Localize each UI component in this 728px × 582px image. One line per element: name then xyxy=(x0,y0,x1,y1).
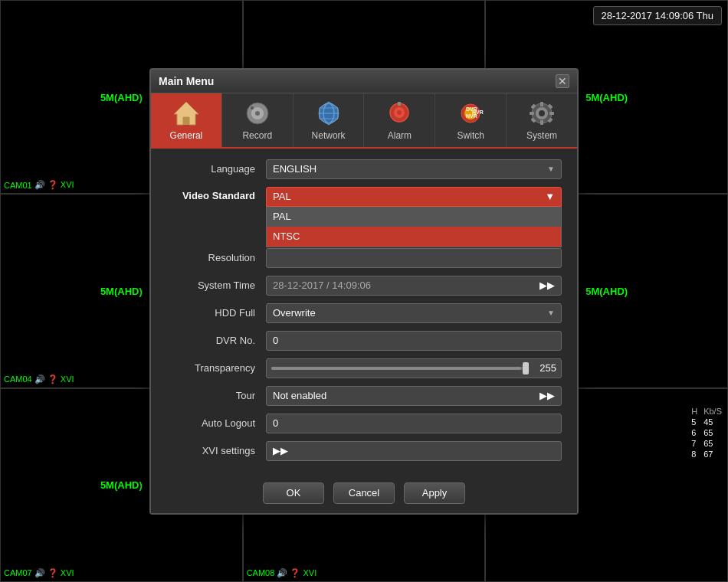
hdd-full-value: Overwrite xyxy=(273,307,316,319)
tab-network-label: Network xyxy=(312,130,346,141)
resolution-control[interactable] xyxy=(266,248,562,268)
hdd-full-dropdown[interactable]: Overwrite ▼ xyxy=(266,303,562,323)
dialog-title: Main Menu xyxy=(159,75,214,87)
dialog-titlebar: Main Menu ✕ xyxy=(151,70,577,93)
system-time-label: System Time xyxy=(166,280,266,291)
tab-system[interactable]: System xyxy=(507,93,577,147)
language-dropdown-arrow: ▼ xyxy=(547,165,555,173)
auto-logout-label: Auto Logout xyxy=(166,417,266,429)
svg-point-4 xyxy=(255,111,260,116)
svg-rect-24 xyxy=(540,102,543,106)
svg-rect-26 xyxy=(530,112,534,115)
system-time-arrow: ▶▶ xyxy=(539,280,555,291)
slider-thumb xyxy=(523,362,529,374)
hdd-full-arrow: ▼ xyxy=(547,309,555,317)
svg-rect-1 xyxy=(183,117,189,125)
transparency-slider[interactable]: 255 xyxy=(266,358,562,378)
auto-logout-control[interactable]: 0 xyxy=(266,414,562,433)
xvi-settings-row: XVI settings ▶▶ xyxy=(166,441,562,461)
video-standard-arrow: ▼ xyxy=(545,191,555,202)
xvi-arrow: ▶▶ xyxy=(273,445,288,456)
tab-record-label: Record xyxy=(242,130,272,141)
video-standard-value: PAL xyxy=(273,191,291,202)
resolution-row: Resolution xyxy=(166,248,562,268)
dialog-body: Language ENGLISH ▼ Video Standard PAL ▼ … xyxy=(151,149,577,476)
tour-value: Not enabled xyxy=(273,390,326,401)
apply-button[interactable]: Apply xyxy=(404,482,465,504)
svg-text:HVR: HVR xyxy=(472,110,484,115)
language-row: Language ENGLISH ▼ xyxy=(166,159,562,179)
svg-point-5 xyxy=(251,106,254,110)
language-dropdown[interactable]: ENGLISH ▼ xyxy=(266,159,562,179)
tab-general[interactable]: General xyxy=(151,93,222,147)
video-standard-label: Video Standard xyxy=(166,190,266,201)
hdd-full-row: HDD Full Overwrite ▼ xyxy=(166,303,562,323)
hdd-full-label: HDD Full xyxy=(166,307,266,319)
video-standard-option-ntsc[interactable]: NTSC xyxy=(267,227,561,247)
xvi-settings-label: XVI settings xyxy=(166,445,266,456)
auto-logout-row: Auto Logout 0 xyxy=(166,414,562,433)
tab-system-label: System xyxy=(526,130,557,141)
video-standard-selected[interactable]: PAL ▼ xyxy=(266,187,562,207)
cancel-button[interactable]: Cancel xyxy=(333,482,395,504)
system-time-value: 28-12-2017 / 14:09:06 xyxy=(273,280,371,291)
ok-button[interactable]: OK xyxy=(263,482,324,504)
transparency-label: Transparency xyxy=(166,362,266,374)
tab-general-label: General xyxy=(170,130,203,141)
xvi-settings-control[interactable]: ▶▶ xyxy=(266,441,562,461)
language-label: Language xyxy=(166,163,266,175)
tour-control[interactable]: Not enabled ▶▶ xyxy=(266,386,562,406)
record-icon xyxy=(242,100,273,127)
video-standard-list: PAL NTSC xyxy=(266,207,562,247)
tab-record[interactable]: Record xyxy=(222,93,293,147)
system-icon xyxy=(526,100,557,127)
svg-rect-25 xyxy=(540,120,543,125)
video-standard-dropdown-container: PAL ▼ PAL NTSC xyxy=(266,187,562,207)
dvr-no-control[interactable]: 0 xyxy=(266,331,562,351)
dialog-footer: OK Cancel Apply xyxy=(151,476,577,513)
svg-rect-15 xyxy=(398,102,401,106)
system-time-row: System Time 28-12-2017 / 14:09:06 ▶▶ xyxy=(166,276,562,296)
tour-arrow: ▶▶ xyxy=(539,390,555,401)
slider-fill xyxy=(271,367,521,370)
dvr-no-label: DVR No. xyxy=(166,335,266,346)
video-standard-option-pal[interactable]: PAL xyxy=(267,207,561,227)
modal-overlay: Main Menu ✕ General xyxy=(0,0,728,582)
dvr-no-row: DVR No. 0 xyxy=(166,331,562,351)
slider-track xyxy=(271,367,529,370)
system-time-control[interactable]: 28-12-2017 / 14:09:06 ▶▶ xyxy=(266,276,562,296)
dvr-no-value: 0 xyxy=(273,335,278,346)
tab-switch[interactable]: DVR NVR HVR Switch xyxy=(435,93,507,147)
dialog-close-button[interactable]: ✕ xyxy=(556,74,569,88)
alarm-icon xyxy=(384,100,415,127)
tab-alarm-label: Alarm xyxy=(388,130,412,141)
svg-point-14 xyxy=(397,110,402,115)
tab-network[interactable]: Network xyxy=(293,93,365,147)
video-standard-row: Video Standard PAL ▼ PAL NTSC xyxy=(166,187,562,207)
svg-rect-27 xyxy=(549,112,554,115)
auto-logout-value: 0 xyxy=(273,417,278,429)
svg-point-23 xyxy=(539,110,545,116)
tab-bar: General Record xyxy=(151,93,577,149)
tab-alarm[interactable]: Alarm xyxy=(364,93,435,147)
transparency-row: Transparency 255 xyxy=(166,358,562,378)
main-menu-dialog: Main Menu ✕ General xyxy=(149,68,579,515)
language-value: ENGLISH xyxy=(273,163,316,175)
switch-icon: DVR NVR HVR xyxy=(455,100,486,127)
transparency-value: 255 xyxy=(535,362,556,374)
resolution-label: Resolution xyxy=(166,252,266,263)
general-icon xyxy=(171,100,202,127)
tab-switch-label: Switch xyxy=(457,130,484,141)
tour-row: Tour Not enabled ▶▶ xyxy=(166,386,562,406)
tour-label: Tour xyxy=(166,390,266,401)
network-icon xyxy=(313,100,344,127)
